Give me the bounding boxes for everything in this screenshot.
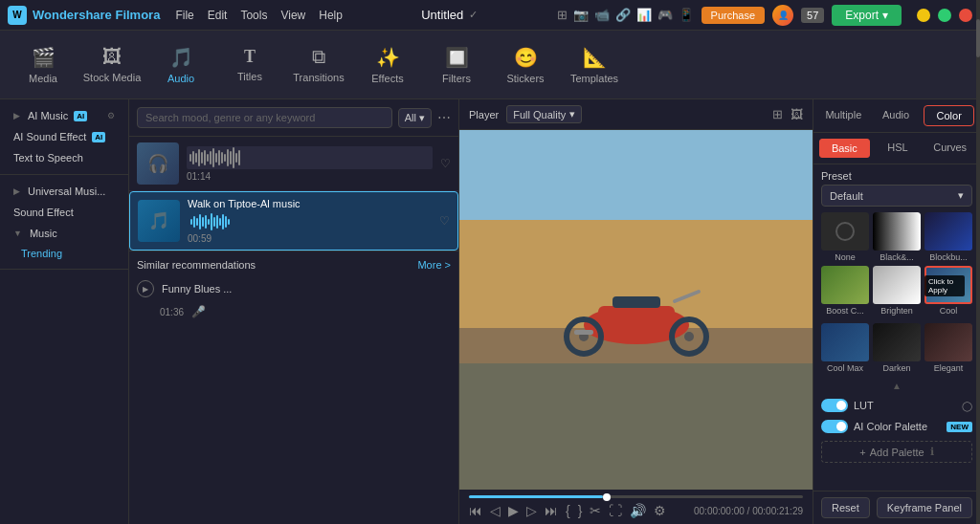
preset-darken[interactable]: Darken	[873, 323, 921, 373]
ai-sound-label: AI Sound Effect	[13, 131, 86, 142]
menu-edit[interactable]: Edit	[208, 9, 228, 22]
toolbar-icon-5[interactable]: 📊	[636, 8, 652, 22]
sidebar-item-universal[interactable]: ▶ Universal Musi...	[8, 181, 121, 202]
play-button[interactable]: ▶	[508, 503, 519, 518]
tab-hsl[interactable]: HSL	[874, 139, 923, 158]
menu-view[interactable]: View	[280, 9, 305, 22]
mark-out-button[interactable]: }	[578, 503, 583, 518]
toolbar-icon-4[interactable]: 🔗	[615, 8, 631, 22]
preset-default-label: Default	[830, 190, 863, 202]
sidebar-item-tts[interactable]: Text to Speech	[8, 147, 121, 168]
volume-button[interactable]: 🔊	[630, 503, 646, 518]
sidebar-item-music[interactable]: ▼ Music	[8, 223, 121, 244]
topbar: W Wondershare Filmora File Edit Tools Vi…	[0, 0, 980, 31]
toolbar-icon-1[interactable]: ⊞	[557, 8, 568, 22]
more-link[interactable]: More >	[417, 259, 451, 271]
tool-effects[interactable]: ✨ Effects	[354, 36, 421, 94]
window-controls	[917, 9, 972, 22]
progress-dot[interactable]	[603, 493, 611, 501]
mic-icon[interactable]: 🎤	[191, 305, 206, 318]
preset-none[interactable]: None	[821, 212, 869, 262]
menu-help[interactable]: Help	[319, 9, 343, 22]
audio-item-1[interactable]: 🎧	[129, 137, 458, 191]
trending-label[interactable]: Trending	[8, 244, 121, 263]
tab-curves[interactable]: Curves	[925, 139, 974, 158]
purchase-button[interactable]: Purchase	[702, 7, 765, 24]
audio-info-2: Walk on Tiptoe-Al music	[188, 198, 432, 244]
presets-grid: None Black&... Blockbu... Boost C... Bri…	[813, 212, 980, 323]
bottom-actions: Reset Keyframe Panel	[813, 491, 980, 524]
toolbar-icon-2[interactable]: 📷	[573, 8, 589, 22]
search-input[interactable]	[137, 107, 392, 128]
preset-blockbu[interactable]: Blockbu...	[924, 212, 972, 262]
skip-forward-button[interactable]: ⏭	[545, 503, 558, 518]
audio-thumb-1: 🎧	[137, 142, 179, 185]
preset-bw[interactable]: Black&...	[873, 212, 921, 262]
skip-back-button[interactable]: ⏮	[469, 503, 482, 518]
tool-transitions[interactable]: ⧉ Transitions	[285, 36, 352, 94]
preset-name-none: None	[821, 252, 869, 262]
preset-name-boost: Boost C...	[821, 306, 869, 316]
mark-in-button[interactable]: {	[566, 503, 570, 518]
clip-button[interactable]: ✂	[590, 503, 601, 518]
all-dropdown[interactable]: All ▾	[398, 108, 432, 128]
next-frame-button[interactable]: ▷	[526, 503, 537, 518]
preset-elegant[interactable]: Elegant	[924, 323, 972, 373]
preset-label: Preset	[813, 164, 980, 185]
settings-button[interactable]: ⚙	[654, 503, 666, 518]
minimize-button[interactable]	[917, 9, 930, 22]
left-section-ai: ▶ AI Music AI ⚙ AI Sound Effect AI Text …	[0, 99, 128, 175]
favorite-icon-1[interactable]: ♡	[440, 157, 451, 170]
reset-button[interactable]: Reset	[821, 497, 870, 518]
preset-brighten[interactable]: Brighten	[873, 266, 921, 316]
tool-audio[interactable]: 🎵 Audio	[147, 36, 214, 94]
lut-toggle[interactable]	[821, 399, 848, 412]
tool-filters[interactable]: 🔲 Filters	[423, 36, 490, 94]
tool-stickers[interactable]: 😊 Stickers	[492, 36, 559, 94]
tab-basic[interactable]: Basic	[819, 139, 870, 158]
preset-cool[interactable]: Cool Click to Apply	[924, 266, 972, 316]
dropdown-arrow: ▾	[419, 112, 425, 124]
similar-header: Similar recommendations More >	[137, 259, 451, 271]
keyframe-panel-button[interactable]: Keyframe Panel	[877, 497, 972, 518]
preset-coolmax[interactable]: Cool Max	[821, 323, 869, 373]
grid-icon[interactable]: ⊞	[772, 107, 783, 121]
toolbar-icon-3[interactable]: 📹	[594, 8, 610, 22]
app-title: Untitled	[421, 8, 463, 22]
tool-titles[interactable]: T Titles	[216, 36, 283, 94]
more-options-button[interactable]: ⋯	[437, 110, 451, 125]
toolbar-icon-7[interactable]: 📱	[679, 8, 694, 22]
tool-templates[interactable]: 📐 Templates	[561, 36, 628, 94]
audio-item-2[interactable]: 🎵 Walk on Tiptoe-Al music	[129, 191, 458, 251]
tab-multiple[interactable]: Multiple	[819, 105, 868, 126]
close-button[interactable]	[959, 9, 972, 22]
ai-palette-toggle[interactable]	[821, 420, 848, 433]
image-icon[interactable]: 🖼	[791, 107, 803, 121]
menu-file[interactable]: File	[175, 9, 193, 22]
color-panel: Multiple Audio Color Basic HSL Curves Pr…	[813, 99, 980, 524]
quality-dropdown[interactable]: Full Quality ▾	[506, 105, 582, 123]
lut-row: LUT ◯	[813, 395, 980, 416]
export-button[interactable]: Export ▾	[832, 5, 902, 26]
tab-color[interactable]: Color	[924, 105, 974, 126]
tool-media[interactable]: 🎬 Media	[10, 36, 77, 94]
toolbar-icon-6[interactable]: 🎮	[657, 8, 673, 22]
play-button-similar[interactable]: ▶	[137, 280, 154, 297]
fullscreen-button[interactable]: ⛶	[609, 503, 622, 518]
player-icons: ⊞ 🖼	[772, 107, 803, 121]
tab-audio[interactable]: Audio	[872, 105, 921, 126]
preset-dropdown[interactable]: Default ▾	[821, 185, 972, 207]
preset-dropdown-arrow: ▾	[958, 189, 964, 202]
prev-frame-button[interactable]: ◁	[490, 503, 501, 518]
sidebar-item-ai-sound[interactable]: AI Sound Effect AI	[8, 126, 121, 147]
menu-tools[interactable]: Tools	[240, 9, 267, 22]
tool-stock[interactable]: 🖼 Stock Media	[78, 36, 145, 94]
add-palette-button[interactable]: + Add Palette ℹ	[821, 441, 972, 463]
progress-bar[interactable]	[469, 495, 803, 498]
sidebar-item-sound-effect[interactable]: Sound Effect	[8, 202, 121, 223]
maximize-button[interactable]	[938, 9, 951, 22]
sidebar-item-ai-music[interactable]: ▶ AI Music AI ⚙	[8, 105, 121, 126]
preset-boost[interactable]: Boost C...	[821, 266, 869, 316]
favorite-icon-2[interactable]: ♡	[439, 214, 450, 228]
tts-label: Text to Speech	[13, 152, 83, 164]
